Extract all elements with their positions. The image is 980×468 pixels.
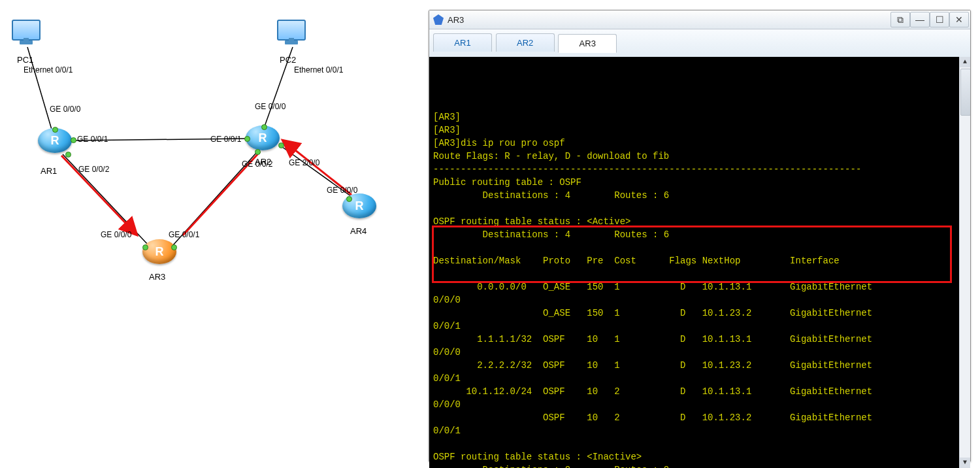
- cli-window: AR3 ⧉ — ☐ ✕ AR1 AR2 AR3 ▲ ▼ [AR3][AR3][A…: [429, 10, 971, 462]
- minimize-button[interactable]: —: [910, 12, 930, 27]
- terminal-line: 0/0/1: [433, 320, 957, 333]
- terminal-line: 1.1.1.1/32 OSPF 10 1 D 10.1.13.1 Gigabit…: [433, 333, 957, 346]
- terminal-line: 2.2.2.2/32 OSPF 10 1 D 10.1.23.2 Gigabit…: [433, 359, 957, 372]
- scroll-thumb[interactable]: [960, 69, 970, 116]
- pc1-label: PC1: [17, 55, 33, 65]
- scroll-down-button[interactable]: ▼: [960, 458, 970, 468]
- terminal-line: [AR3]: [433, 110, 957, 124]
- port-dot-icon: [244, 136, 250, 142]
- port-dot-icon: [52, 127, 58, 133]
- ar3-port-left: GE 0/0/0: [101, 230, 131, 239]
- ar1-port-right: GE 0/0/1: [77, 135, 108, 144]
- ar4-port-up: GE 0/0/0: [327, 186, 357, 195]
- ar3-label: AR3: [149, 272, 165, 282]
- terminal-line: OSPF routing table status : <Active>: [433, 215, 957, 228]
- terminal-line: Public routing table : OSPF: [433, 176, 957, 189]
- terminal-line: [AR3]dis ip rou pro ospf: [433, 137, 957, 150]
- terminal-line: [433, 437, 957, 450]
- app-icon: [433, 14, 444, 25]
- terminal-line: ----------------------------------------…: [433, 163, 957, 176]
- ar2-port-right: GE 2/0/0: [289, 158, 319, 167]
- ar4-glyph: R: [355, 199, 364, 213]
- ar2-port-left: GE 0/0/1: [210, 135, 241, 144]
- terminal-line: [433, 202, 957, 215]
- pc2-label: PC2: [280, 55, 296, 65]
- terminal-line: O_ASE 150 1 D 10.1.23.2 GigabitEthernet: [433, 307, 957, 320]
- ar1-port-up: GE 0/0/0: [50, 105, 80, 114]
- terminal-line: Destinations : 4 Routes : 6: [433, 228, 957, 241]
- terminal-line: 0.0.0.0/0 O_ASE 150 1 D 10.1.13.1 Gigabi…: [433, 280, 957, 293]
- terminal-line: 0/0/1: [433, 424, 957, 437]
- port-dot-icon: [255, 149, 261, 155]
- terminal-line: Destination/Mask Proto Pre Cost Flags Ne…: [433, 254, 957, 267]
- ar3-glyph: R: [155, 245, 164, 259]
- window-title: AR3: [448, 15, 464, 25]
- terminal-line: 0/0/1: [433, 372, 957, 385]
- terminal-line: [433, 267, 957, 280]
- tab-ar3[interactable]: AR3: [558, 34, 617, 53]
- port-dot-icon: [71, 137, 76, 143]
- popout-button[interactable]: ⧉: [890, 12, 910, 27]
- pc1-port-label: Ethernet 0/0/1: [24, 65, 73, 75]
- ar3-port-right: GE 0/0/1: [169, 230, 199, 239]
- ar2-glyph: R: [259, 131, 267, 145]
- terminal-line: OSPF 10 2 D 10.1.23.2 GigabitEthernet: [433, 411, 957, 424]
- ar3-icon[interactable]: R: [142, 239, 176, 264]
- close-button[interactable]: ✕: [949, 12, 969, 27]
- tab-bar: AR1 AR2 AR3: [429, 29, 970, 57]
- terminal-line: OSPF routing table status : <Inactive>: [433, 450, 957, 463]
- terminal-line: 0/0/0: [433, 346, 957, 359]
- port-dot-icon: [65, 152, 71, 158]
- terminal-line: 0/0/0: [433, 293, 957, 307]
- terminal-line: [433, 241, 957, 254]
- ar1-glyph: R: [51, 134, 59, 148]
- port-dot-icon: [142, 244, 148, 250]
- port-dot-icon: [346, 196, 352, 202]
- ar1-label: AR1: [41, 166, 57, 176]
- terminal-line: 0/0/0: [433, 398, 957, 411]
- port-dot-icon: [171, 244, 177, 250]
- pc2-port-label: Ethernet 0/0/1: [294, 65, 343, 75]
- terminal-line: [AR3]: [433, 124, 957, 137]
- pc1-icon[interactable]: [12, 20, 41, 48]
- port-dot-icon: [261, 124, 267, 130]
- port-dot-icon: [278, 142, 284, 148]
- ar1-port-down: GE 0/0/2: [78, 165, 109, 174]
- tab-ar1[interactable]: AR1: [433, 33, 492, 52]
- terminal-line: Route Flags: R - relay, D - download to …: [433, 150, 957, 163]
- terminal-line: Destinations : 0 Routes : 0: [433, 463, 957, 468]
- pc2-icon[interactable]: [277, 20, 306, 48]
- terminal-line: Destinations : 4 Routes : 6: [433, 189, 957, 202]
- ar2-port-down: GE 0/0/2: [242, 159, 272, 169]
- maximize-button[interactable]: ☐: [930, 12, 949, 27]
- terminal-line: 10.1.12.0/24 OSPF 10 2 D 10.1.13.1 Gigab…: [433, 385, 957, 398]
- scrollbar[interactable]: ▲ ▼: [959, 57, 970, 468]
- tab-ar2[interactable]: AR2: [496, 33, 555, 52]
- ar2-port-up: GE 0/0/0: [255, 102, 286, 111]
- terminal[interactable]: ▲ ▼ [AR3][AR3][AR3]dis ip rou pro ospfRo…: [429, 57, 970, 468]
- titlebar[interactable]: AR3 ⧉ — ☐ ✕: [429, 10, 970, 29]
- ar4-label: AR4: [350, 226, 367, 236]
- scroll-up-button[interactable]: ▲: [960, 57, 970, 67]
